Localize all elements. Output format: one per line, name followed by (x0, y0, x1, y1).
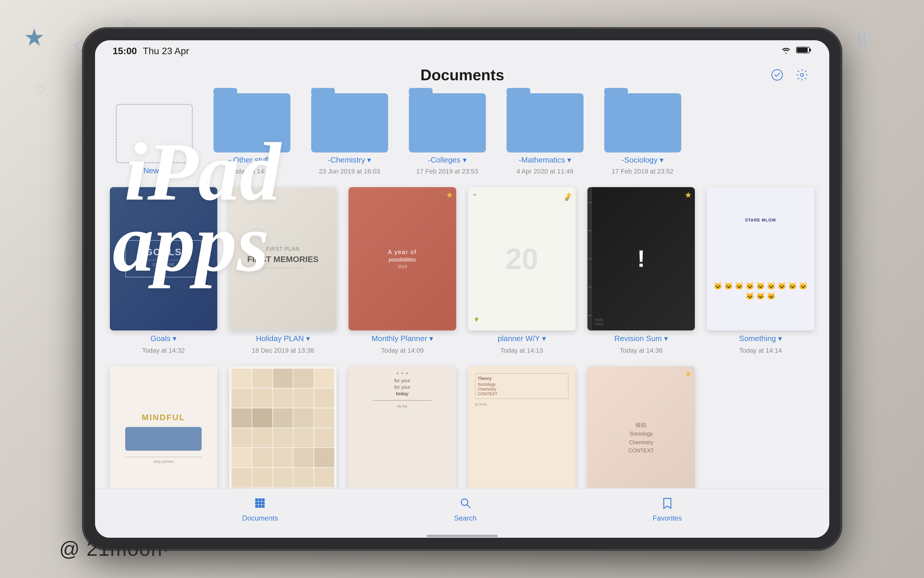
watermark: @ 21moon· (59, 537, 169, 560)
folder-chemistry-icon (311, 93, 388, 153)
svg-rect-6 (258, 498, 261, 501)
doc-something[interactable]: STARE MLOW 🐱🐱🐱 🐱🐱🐱 🐱🐱🐱 🐱🐱🐱 Something ▾ (707, 187, 814, 354)
svg-rect-5 (255, 498, 258, 501)
doc-something-date: Today at 14:14 (739, 347, 782, 354)
folder-otherstuff-date: Today at 14:20 (230, 167, 273, 175)
app-header: Documents (95, 60, 829, 88)
svg-rect-7 (262, 498, 265, 501)
folder-mathematics-icon (507, 93, 584, 153)
scroll-area[interactable]: New... - Other stuff ▾ Today at 14:20 -C… (95, 88, 829, 488)
svg-point-3 (772, 70, 783, 80)
status-date: Thu 23 Apr (143, 45, 189, 57)
nav-search-label: Search (454, 514, 477, 522)
doc-revision-thumb: ! studynotes ★ (587, 187, 695, 330)
doc-theory[interactable]: Theory Sociology Chemistry CONTEXT by Ir… (468, 366, 575, 488)
doc-holiday-thumb: FIRST PLAN FIRST MEMORIES (229, 187, 337, 330)
doc-revision-star: ★ (684, 190, 692, 200)
svg-rect-9 (258, 502, 261, 505)
battery-icon (796, 46, 812, 56)
status-time: 15:00 (113, 45, 137, 57)
doc-something-label: Something ▾ (739, 334, 782, 343)
doc-termdates-thumb (229, 366, 337, 488)
folder-chemistry-label: -Chemistry ▾ (328, 156, 371, 165)
home-bar (426, 535, 498, 537)
doc-planner-date: Today at 14:13 (500, 347, 543, 354)
svg-rect-11 (255, 505, 258, 508)
doc-goals-date: Today at 14:32 (142, 347, 185, 354)
nav-documents-label: Documents (242, 514, 278, 522)
folder-sociology[interactable]: -Sociology ▾ 17 Feb 2019 at 23:52 (598, 93, 687, 175)
doc-ideabook[interactable]: ✦ ✦ ✦ for your for your today by me The … (349, 366, 456, 488)
folder-colleges[interactable]: -Colleges ▾ 17 Feb 2019 at 23:53 (403, 93, 492, 175)
revision-exclaim: ! (637, 245, 645, 273)
folder-otherstuff[interactable]: - Other stuff ▾ Today at 14:20 (207, 93, 297, 175)
nav-search[interactable]: Search (445, 494, 486, 525)
svg-line-15 (467, 505, 470, 508)
doc-holiday[interactable]: FIRST PLAN FIRST MEMORIES Holiday PLAN ▾… (229, 187, 337, 354)
app-content: Documents New... (95, 60, 829, 538)
doc-studyplanner[interactable]: MINDFUL daily planner study planner ▾ To… (110, 366, 217, 488)
ipad-device: 15:00 Thu 23 Apr Documents (83, 28, 841, 550)
svg-rect-2 (797, 48, 808, 52)
doc-planner-star: ★ (565, 190, 572, 200)
svg-rect-8 (255, 502, 258, 505)
folder-colleges-date: 17 Feb 2019 at 23:53 (416, 167, 478, 175)
new-folder-label: New... (143, 166, 165, 175)
folder-sociology-icon (604, 93, 681, 153)
folder-sociology-date: 17 Feb 2019 at 23:52 (612, 167, 674, 175)
docs-row1: GOALS START HEREOxford Uni ★ Goals ▾ Tod… (110, 187, 814, 354)
bookmark-icon (661, 497, 673, 511)
doc-something-thumb: STARE MLOW 🐱🐱🐱 🐱🐱🐱 🐱🐱🐱 🐱🐱🐱 (707, 187, 814, 330)
folder-colleges-label: -Colleges ▾ (428, 156, 466, 165)
svg-rect-1 (809, 49, 811, 52)
nav-favorites-label: Favorites (653, 514, 682, 522)
doc-monthly-date: Today at 14:09 (381, 347, 424, 354)
cover-20-text: 20 (506, 242, 538, 276)
doc-goals-thumb: GOALS START HEREOxford Uni ★ (110, 187, 217, 330)
bottom-nav: Documents Search Favorites (95, 488, 829, 534)
documents-icon (254, 497, 266, 511)
folder-chemistry[interactable]: -Chemistry ▾ 23 Jun 2019 at 16:03 (305, 93, 394, 175)
doc-monthly-thumb: A year of possibilities 2019 ★ (349, 187, 456, 330)
doc-revision[interactable]: ! studynotes ★ Revision Sum ▾ Today at 1… (587, 187, 695, 354)
doc-goals-star: ★ (207, 190, 214, 200)
folder-chemistry-date: 23 Jun 2019 at 16:03 (319, 167, 380, 175)
new-folder-item[interactable]: New... (110, 104, 199, 175)
folder-mathematics-date: 4 Apr 2020 at 11:49 (516, 167, 573, 175)
svg-rect-13 (262, 505, 265, 508)
folder-colleges-icon (409, 93, 486, 153)
header-actions (768, 65, 812, 84)
docs-row2: MINDFUL daily planner study planner ▾ To… (110, 366, 814, 488)
nav-documents[interactable]: Documents (233, 494, 287, 525)
folder-mathematics-label: -Mathematics ▾ (519, 156, 571, 165)
svg-rect-10 (262, 502, 265, 505)
doc-goals[interactable]: GOALS START HEREOxford Uni ★ Goals ▾ Tod… (110, 187, 217, 354)
doc-moko[interactable]: 模拟 Sociology Chemistry CONTEXT ★ 模考复习计划 … (587, 366, 695, 488)
status-bar: 15:00 Thu 23 Apr (95, 40, 829, 60)
doc-moko-star: ★ (684, 369, 692, 379)
doc-planner-thumb: 20 ☁ 🌈 🌵 ★ (468, 187, 575, 330)
status-icons (781, 46, 812, 56)
doc-ideabook-thumb: ✦ ✦ ✦ for your for your today by me (349, 366, 456, 488)
doc-theory-thumb: Theory Sociology Chemistry CONTEXT by Ir… (468, 366, 575, 488)
wifi-icon (781, 46, 791, 56)
doc-monthly-label: Monthly Planner ▾ (371, 334, 433, 343)
doc-termdates[interactable]: Term Dates ▾ 27 Feb 2019 at 21:28 (229, 366, 337, 488)
doc-holiday-label: Holiday PLAN ▾ (256, 334, 310, 343)
folder-mathematics[interactable]: -Mathematics ▾ 4 Apr 2020 at 11:49 (501, 93, 590, 175)
svg-point-4 (801, 73, 804, 76)
folders-row: New... - Other stuff ▾ Today at 14:20 -C… (110, 93, 814, 175)
doc-revision-date: Today at 14:36 (620, 347, 662, 354)
doc-holiday-date: 18 Dec 2019 at 13:38 (252, 347, 314, 354)
doc-revision-label: Revision Sum ▾ (614, 334, 668, 343)
doc-monthly-star: ★ (446, 190, 453, 200)
folder-sociology-label: -Sociology ▾ (622, 156, 664, 165)
doc-monthly[interactable]: A year of possibilities 2019 ★ Monthly P… (349, 187, 456, 354)
select-button[interactable] (768, 65, 787, 84)
doc-moko-thumb: 模拟 Sociology Chemistry CONTEXT ★ (587, 366, 695, 488)
doc-planner[interactable]: 20 ☁ 🌈 🌵 ★ planner W/Y ▾ Today at 14:13 (468, 187, 575, 354)
settings-button[interactable] (793, 65, 812, 84)
nav-favorites[interactable]: Favorites (644, 494, 691, 525)
doc-goals-label: Goals ▾ (151, 334, 177, 343)
ipad-screen: 15:00 Thu 23 Apr Documents (95, 40, 829, 538)
